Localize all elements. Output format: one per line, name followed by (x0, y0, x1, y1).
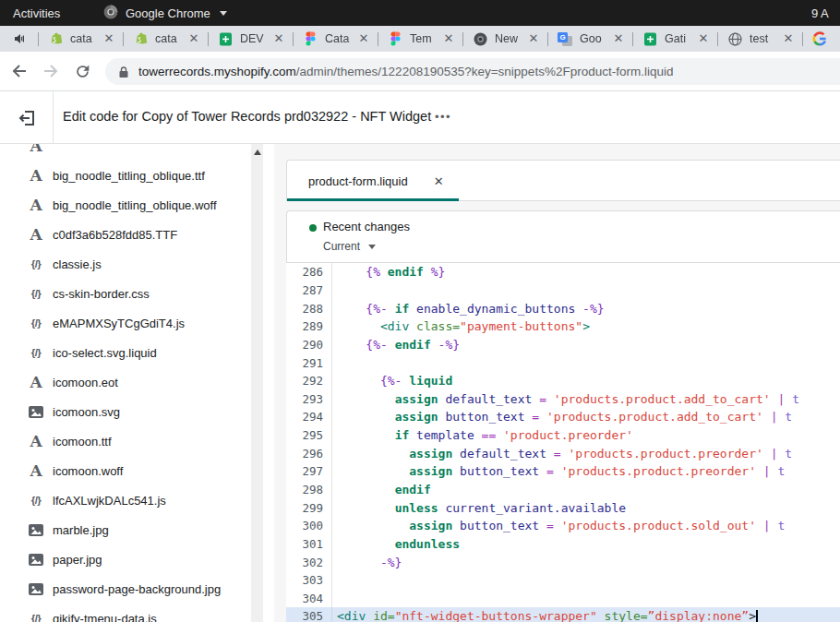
code-line-301: 301 endunless (286, 535, 840, 554)
font-file-icon: A (28, 432, 44, 450)
tab-close-icon[interactable]: ✕ (526, 31, 541, 46)
line-number: 304 (286, 590, 332, 608)
line-number: 286 (286, 263, 332, 281)
file-item[interactable]: Aicomoon.woff (0, 456, 261, 485)
back-button[interactable] (4, 55, 35, 87)
shopify-icon (48, 31, 63, 46)
active-tab-underline (287, 198, 459, 201)
file-name: big_noodle_titling_oblique.woff (53, 198, 217, 212)
code-text: endunless (332, 537, 460, 551)
lock-icon[interactable] (118, 66, 129, 78)
sidebar-scrollbar[interactable] (251, 144, 263, 622)
tab-close-icon[interactable]: ✕ (781, 31, 796, 46)
file-item[interactable]: Aicomoon.ttf (0, 426, 261, 456)
file-item[interactable]: {/}eMAPMXSyTCgGdiT4.js (0, 308, 261, 338)
image-file-icon (28, 550, 44, 568)
figma-icon (388, 31, 402, 46)
file-item[interactable]: {/}lfcAXLwjkDALc541.js (0, 485, 261, 515)
version-dropdown[interactable]: Current (323, 240, 376, 253)
tab-title: New (495, 32, 526, 45)
code-line-292: 292 {%- liquid (286, 372, 840, 390)
scroll-up-arrow-icon[interactable] (254, 150, 261, 155)
tab-close-icon[interactable]: ✕ (611, 31, 626, 46)
code-line-294: 294 assign button_text = 'products.produ… (286, 408, 840, 426)
content-area: AAbig_noodle_titling_oblique.ttfAbig_noo… (0, 144, 840, 622)
app-menu-label: Google Chrome (126, 6, 210, 20)
ubuntu-top-bar: Activities Google Chrome 9 A (0, 0, 840, 26)
file-item[interactable]: paper.jpg (0, 544, 261, 574)
exit-code-editor-button[interactable] (15, 105, 41, 131)
tab-close-icon[interactable]: ✕ (186, 31, 201, 46)
file-item[interactable]: password-page-background.jpg (0, 574, 261, 604)
code-text: assign button_text = 'products.product.s… (332, 519, 785, 532)
chrome-toolbar: towerrecords.myshopify.com/admin/themes/… (0, 52, 840, 91)
file-item[interactable]: icomoon.svg (0, 397, 261, 426)
header-divider (53, 91, 54, 143)
code-line-304: 304 (286, 590, 840, 608)
font-file-icon: A (28, 166, 44, 185)
line-number: 302 (286, 553, 332, 571)
code-text: {%- endif -%} (332, 338, 460, 352)
chevron-down-icon (368, 245, 376, 249)
reload-button[interactable] (66, 55, 98, 87)
file-name: qikify-tmenu-data.js (53, 612, 157, 622)
tab-close-icon[interactable]: ✕ (271, 31, 286, 46)
file-name: ico-select.svg.liquid (53, 346, 157, 360)
browser-tab-cata[interactable]: cata✕ (39, 26, 123, 52)
line-number: 292 (286, 372, 332, 390)
tab-title: cata (155, 32, 186, 45)
editor-tab-label: product-form.liquid (308, 174, 408, 188)
file-sidebar: AAbig_noodle_titling_oblique.ttfAbig_noo… (0, 144, 274, 622)
code-line-299: 299 unless current_variant.available (286, 498, 840, 517)
browser-tab-cata[interactable]: cata✕ (124, 26, 208, 52)
code-text: assign button_text = 'products.product.a… (332, 410, 792, 424)
line-number: 295 (286, 426, 332, 445)
code-text: {%- if enable_dynamic_buttons -%} (332, 302, 605, 316)
font-file-icon: A (28, 461, 44, 480)
file-item[interactable]: Abig_noodle_titling_oblique.woff (0, 190, 261, 220)
code-text: <div id="nft-widget-buttons-wrapper" sty… (332, 609, 758, 622)
address-bar[interactable]: towerrecords.myshopify.com/admin/themes/… (105, 58, 840, 85)
activities-button[interactable]: Activities (0, 0, 73, 26)
tab-close-icon[interactable]: ✕ (356, 31, 371, 46)
browser-tab-test[interactable]: test✕ (718, 26, 802, 52)
editor-tab-close-icon[interactable]: ✕ (434, 174, 444, 188)
page-title: Edit code for Copy of Tower Records prd0… (63, 109, 431, 124)
sheets-icon (218, 31, 233, 46)
file-name: big_noodle_titling_oblique.ttf (53, 169, 205, 183)
tab-close-icon[interactable]: ✕ (696, 31, 711, 46)
code-file-icon: {/} (28, 284, 44, 303)
line-number: 298 (286, 481, 332, 499)
browser-tab-partial[interactable] (803, 26, 840, 52)
file-item[interactable]: {/}qikify-tmenu-data.js (0, 604, 261, 622)
file-item[interactable]: marble.jpg (0, 515, 261, 544)
speaker-icon (0, 32, 38, 45)
browser-tab-new[interactable]: New✕ (463, 26, 547, 52)
code-line-300: 300 assign button_text = 'products.produ… (286, 517, 840, 535)
editor-tab-product-form[interactable]: product-form.liquid ✕ (287, 161, 459, 201)
file-item[interactable]: {/}ico-select.svg.liquid (0, 338, 261, 367)
tab-close-icon[interactable]: ✕ (102, 31, 116, 46)
file-item[interactable]: {/}classie.js (0, 249, 261, 279)
file-item[interactable]: Abig_noodle_titling_oblique.ttf (0, 161, 261, 190)
browser-tab-gati[interactable]: Gati✕ (633, 26, 717, 52)
image-file-icon (28, 580, 44, 598)
file-item[interactable]: Aicomoon.eot (0, 367, 261, 397)
figma-icon (303, 31, 318, 46)
editor-page-header: Edit code for Copy of Tower Records prd0… (0, 91, 840, 144)
file-item-clipped[interactable]: A (0, 144, 261, 161)
chrome-app-menu[interactable]: Google Chrome (103, 0, 227, 26)
file-item[interactable]: Ac0df3a6b528fdd85.TTF (0, 220, 261, 249)
browser-tab-goo[interactable]: GGoo✕ (548, 26, 632, 52)
more-actions-button[interactable]: ••• (430, 103, 456, 129)
line-number: 289 (286, 317, 332, 336)
tab-close-icon[interactable]: ✕ (441, 31, 456, 46)
browser-tab-tem[interactable]: Tem✕ (378, 26, 462, 52)
file-item[interactable]: {/}cs-skin-border.css (0, 279, 261, 308)
forward-button[interactable] (35, 55, 66, 87)
browser-tab-dev[interactable]: DEV✕ (209, 26, 293, 52)
code-area[interactable]: 286 {% endif %}287288 {%- if enable_dyna… (286, 263, 840, 622)
chrome-tab-strip: cata✕cata✕DEV✕Cata✕Tem✕New✕GGoo✕Gati✕tes… (0, 26, 840, 52)
browser-tab-cata[interactable]: Cata✕ (294, 26, 378, 52)
file-name: eMAPMXSyTCgGdiT4.js (53, 317, 185, 330)
